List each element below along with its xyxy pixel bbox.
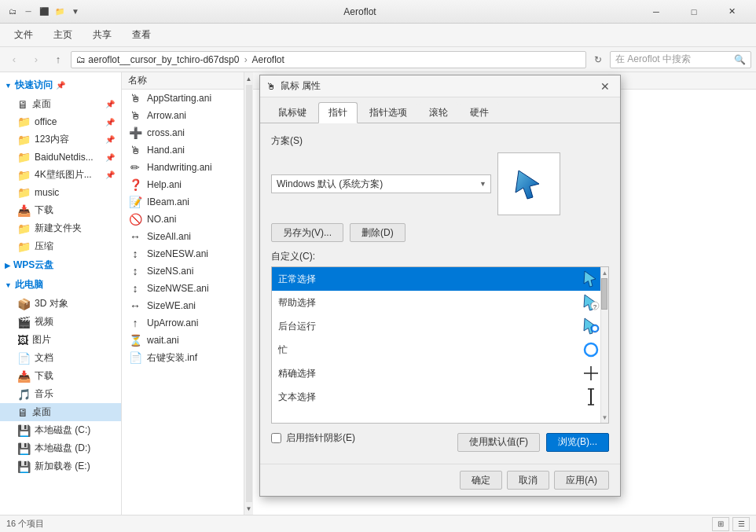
delete-button[interactable]: 删除(D) <box>350 223 406 242</box>
sidebar-item-video[interactable]: 🎬 视频 <box>0 313 121 331</box>
dialog-title-bar: 🖱 鼠标 属性 ✕ <box>260 75 620 97</box>
file-icon: 🚫 <box>128 213 142 226</box>
sidebar-item-desktop2[interactable]: 🖥 桌面 <box>0 403 121 421</box>
sidebar-item-label: 视频 <box>35 315 53 328</box>
list-item-normal[interactable]: 正常选择 <box>272 267 608 291</box>
quick-access-label: 快速访问 <box>15 79 53 92</box>
maximize-button[interactable]: □ <box>676 0 712 24</box>
ok-button[interactable]: 确定 <box>460 471 502 490</box>
file-name: Handwriting.ani <box>147 162 212 173</box>
file-icon: 📝 <box>128 196 142 208</box>
list-item-name: 精确选择 <box>278 367 580 380</box>
list-item-text[interactable]: 文本选择 <box>272 385 608 409</box>
sidebar-item-office[interactable]: 📁 office 📌 <box>0 113 121 130</box>
sidebar-item-pictures[interactable]: 🖼 图片 <box>0 331 121 349</box>
sidebar-item-music[interactable]: 📁 music <box>0 184 121 201</box>
dialog-tab-pointer[interactable]: 指针 <box>318 102 358 123</box>
customize-label: 自定义(C): <box>271 250 609 263</box>
sidebar-item-label: 文档 <box>35 351 53 365</box>
sidebar-item-zip[interactable]: 📁 压缩 <box>0 237 121 255</box>
search-bar[interactable]: 在 Aeroflot 中搜索 🔍 <box>610 51 751 68</box>
name-column-header: 名称 <box>128 74 147 87</box>
list-view-button[interactable]: ☰ <box>732 517 750 531</box>
sidebar-this-pc[interactable]: ▼ 此电脑 <box>0 275 121 295</box>
sidebar-item-new-folder[interactable]: 📁 新建文件夹 <box>0 219 121 237</box>
dialog-title-text: 鼠标 属性 <box>281 79 596 93</box>
dialog-tab-scroll[interactable]: 滚轮 <box>419 102 458 123</box>
mouse-properties-dialog: 🖱 鼠标 属性 ✕ 鼠标键 指针 指针选项 滚轮 硬件 方案(S) Window… <box>259 75 621 497</box>
list-item-busy[interactable]: 忙 <box>272 338 608 361</box>
list-item-precision[interactable]: 精确选择 <box>272 361 608 385</box>
list-item-background[interactable]: 后台运行 <box>272 314 608 338</box>
sidebar-item-download[interactable]: 📥 下载 <box>0 201 121 219</box>
refresh-button[interactable]: ↻ <box>589 51 607 68</box>
toolbar-tab-home[interactable]: 主页 <box>44 25 82 45</box>
shadow-checkbox[interactable] <box>271 433 281 443</box>
minimize-button[interactable]: ─ <box>638 0 674 24</box>
dialog-tab-pointer-options[interactable]: 指针选项 <box>359 102 417 123</box>
dialog-tab-mousekeys[interactable]: 鼠标键 <box>268 102 317 123</box>
close-button[interactable]: ✕ <box>714 0 750 24</box>
file-icon: ❓ <box>128 178 142 191</box>
file-name: Arrow.ani <box>147 110 186 121</box>
list-scroll-down[interactable]: ▼ <box>601 412 608 423</box>
cursor-icon-text <box>580 386 602 408</box>
sidebar-wps[interactable]: ▶ WPS云盘 <box>0 255 121 275</box>
cursor-icon-help: ? <box>580 292 602 314</box>
dialog-tab-hardware[interactable]: 硬件 <box>460 102 499 123</box>
sidebar-item-disk-d[interactable]: 💾 本地磁盘 (D:) <box>0 439 121 457</box>
dialog-content: 方案(S) Windows 默认 (系统方案) <box>260 123 620 464</box>
sidebar-item-documents[interactable]: 📄 文档 <box>0 349 121 367</box>
nav-bar: ‹ › ↑ 🗂 aeroflot__cursor_by_tchiro-d67ds… <box>0 47 756 72</box>
sidebar-item-baidu[interactable]: 📁 BaiduNetdis... 📌 <box>0 149 121 166</box>
file-name: cross.ani <box>147 127 185 138</box>
list-item-name: 文本选择 <box>278 391 580 404</box>
scroll-up-button[interactable]: ▲ <box>246 72 252 85</box>
sidebar-item-label: 桌面 <box>32 405 51 419</box>
pin-icon: 📌 <box>105 153 115 162</box>
back-button[interactable]: ‹ <box>5 50 24 69</box>
file-name: SizeAll.ani <box>147 231 191 242</box>
sidebar-item-downloads2[interactable]: 📥 下载 <box>0 367 121 385</box>
documents-icon: 📄 <box>17 352 31 365</box>
dialog-close-button[interactable]: ✕ <box>596 78 614 95</box>
sidebar-item-disk-e[interactable]: 💾 新加载卷 (E:) <box>0 457 121 475</box>
toolbar-tab-view[interactable]: 查看 <box>123 25 160 45</box>
grid-view-button[interactable]: ⊞ <box>712 517 729 531</box>
up-button[interactable]: ↑ <box>49 50 68 69</box>
sidebar-quick-access[interactable]: ▼ 快速访问 📌 <box>0 75 121 95</box>
default-button[interactable]: 使用默认值(F) <box>457 433 540 452</box>
sidebar-item-label: 桌面 <box>32 97 51 111</box>
sidebar-item-disk-c[interactable]: 💾 本地磁盘 (C:) <box>0 421 121 439</box>
scroll-down-button[interactable]: ▼ <box>246 502 252 515</box>
search-icon: 🔍 <box>734 54 746 65</box>
sidebar-item-desktop[interactable]: 🖥 桌面 📌 <box>0 95 121 113</box>
shadow-label[interactable]: 启用指针阴影(E) <box>286 431 355 445</box>
save-as-button[interactable]: 另存为(V)... <box>271 223 343 242</box>
browse-button[interactable]: 浏览(B)... <box>546 433 609 452</box>
list-scroll-up[interactable]: ▲ <box>601 267 608 278</box>
sidebar-item-label: 新加载卷 (E:) <box>35 460 90 473</box>
toolbar-tab-share[interactable]: 共享 <box>83 25 121 45</box>
forward-button[interactable]: › <box>27 50 46 69</box>
sidebar-item-wallpaper[interactable]: 📁 4K壁纸图片... 📌 <box>0 166 121 184</box>
sidebar-item-label: BaiduNetdis... <box>35 152 94 163</box>
file-name: SizeWE.ani <box>147 300 196 311</box>
breadcrumb[interactable]: 🗂 aeroflot__cursor_by_tchiro-d67dsp0 › A… <box>71 51 586 68</box>
toolbar-tab-file[interactable]: 文件 <box>5 25 42 45</box>
scheme-select[interactable]: Windows 默认 (系统方案) <box>271 174 491 193</box>
this-pc-label: 此电脑 <box>15 278 43 292</box>
sidebar-item-123[interactable]: 📁 123内容 📌 <box>0 130 121 149</box>
apply-button[interactable]: 应用(A) <box>554 471 609 490</box>
file-icon: ↑ <box>128 317 142 329</box>
file-name: Hand.ani <box>147 145 185 156</box>
file-icon: ↔ <box>128 230 142 243</box>
status-bar: 16 个项目 ⊞ ☰ <box>0 515 756 532</box>
wps-arrow: ▶ <box>5 262 10 270</box>
download-icon: 📥 <box>17 204 31 217</box>
cancel-button[interactable]: 取消 <box>507 471 549 490</box>
sidebar-item-3d[interactable]: 📦 3D 对象 <box>0 295 121 313</box>
list-item-help[interactable]: 帮助选择 ? <box>272 291 608 314</box>
view-controls: ⊞ ☰ <box>712 517 750 531</box>
sidebar-item-audio[interactable]: 🎵 音乐 <box>0 385 121 403</box>
